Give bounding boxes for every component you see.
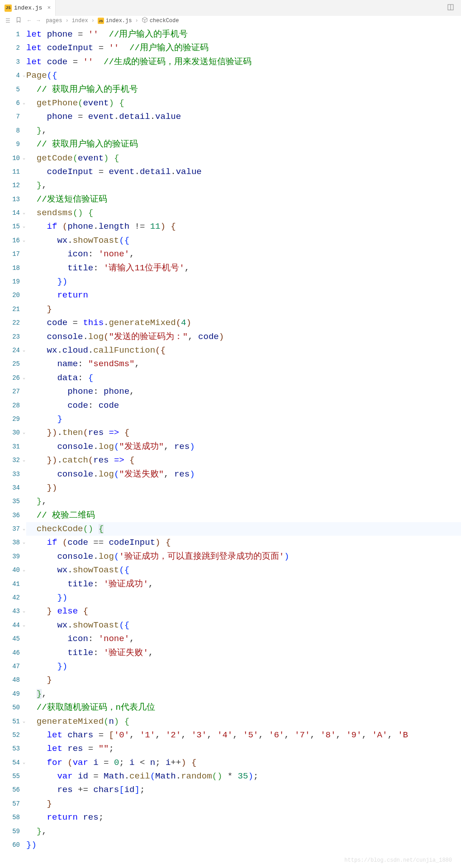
code-line[interactable]: if (code == codeInput) { <box>26 536 461 549</box>
code-line[interactable]: var id = Math.ceil(Math.random() * 35); <box>26 769 461 783</box>
fold-icon[interactable]: ⌄ <box>23 96 25 110</box>
code-line[interactable]: sendsms() { <box>26 206 461 220</box>
code-line[interactable]: phone: phone, <box>26 385 461 398</box>
code-line[interactable]: }) <box>26 481 461 495</box>
line-number: 32⌄ <box>0 453 20 467</box>
js-file-icon: JS <box>98 18 104 24</box>
line-number: 58 <box>0 811 20 824</box>
code-line[interactable]: return <box>26 288 461 302</box>
list-icon[interactable]: ☰ <box>5 18 10 24</box>
fold-icon[interactable]: ⌄ <box>23 234 25 247</box>
fold-icon[interactable]: ⌄ <box>23 756 25 769</box>
fold-icon[interactable]: ⌄ <box>23 604 25 618</box>
fold-icon[interactable]: ⌄ <box>23 344 25 357</box>
code-line[interactable]: }).catch(res => { <box>26 453 461 467</box>
code-content[interactable]: let phone = '' //用户输入的手机号let codeInput =… <box>26 26 461 868</box>
line-number: 29 <box>0 412 20 426</box>
code-line[interactable]: codeInput = event.detail.value <box>26 165 461 179</box>
code-line[interactable]: }) <box>26 838 461 852</box>
fold-icon[interactable]: ⌄ <box>23 453 25 467</box>
bookmark-icon[interactable] <box>15 17 22 25</box>
code-line[interactable]: }) <box>26 275 461 288</box>
code-line[interactable]: icon: 'none', <box>26 247 461 261</box>
code-line[interactable]: console.log("发送的验证码为：", code) <box>26 330 461 344</box>
fold-icon[interactable]: ⌄ <box>23 69 25 82</box>
breadcrumb-item[interactable]: pages <box>46 18 62 24</box>
code-line[interactable]: code: code <box>26 399 461 412</box>
line-number: 39 <box>0 550 20 563</box>
nav-back-icon[interactable]: ← <box>28 18 31 24</box>
breadcrumb-item[interactable]: checkCode <box>142 17 179 25</box>
code-line[interactable]: generateMixed(n) { <box>26 715 461 728</box>
code-line[interactable]: console.log('验证成功，可以直接跳到登录成功的页面') <box>26 550 461 563</box>
line-number: 25 <box>0 357 20 371</box>
fold-icon[interactable]: ⌄ <box>23 715 25 728</box>
split-editor-icon[interactable] <box>447 4 454 13</box>
code-line[interactable]: console.log("发送成功", res) <box>26 440 461 453</box>
code-line[interactable]: data: { <box>26 371 461 385</box>
fold-icon[interactable]: ⌄ <box>23 563 25 577</box>
code-line[interactable]: let res = ""; <box>26 742 461 755</box>
code-line[interactable]: }) <box>26 660 461 673</box>
code-line[interactable]: let codeInput = '' //用户输入的验证码 <box>26 41 461 55</box>
code-line[interactable]: }, <box>26 825 461 838</box>
fold-icon[interactable]: ⌄ <box>23 426 25 439</box>
editor: JS index.js × ☰ ← → pages › index › JS i… <box>0 0 461 868</box>
code-line[interactable]: wx.showToast({ <box>26 563 461 577</box>
code-line[interactable]: phone = event.detail.value <box>26 110 461 123</box>
line-number: 22 <box>0 316 20 330</box>
breadcrumb-item[interactable]: index <box>72 18 88 24</box>
fold-icon[interactable]: ⌄ <box>23 151 25 165</box>
code-line[interactable]: name: "sendSms", <box>26 357 461 371</box>
fold-icon[interactable]: ⌄ <box>23 536 25 549</box>
code-line[interactable]: if (phone.length != 11) { <box>26 220 461 233</box>
fold-icon[interactable]: ⌄ <box>23 522 25 536</box>
code-line[interactable]: } <box>26 302 461 316</box>
code-line[interactable]: } <box>26 673 461 687</box>
code-line[interactable]: }, <box>26 124 461 137</box>
code-line[interactable]: let chars = ['0', '1', '2', '3', '4', '5… <box>26 728 461 742</box>
breadcrumb-item[interactable]: JS index.js <box>98 18 132 24</box>
code-line[interactable]: wx.showToast({ <box>26 618 461 632</box>
code-line[interactable]: }, <box>26 687 461 701</box>
code-line[interactable]: }) <box>26 591 461 604</box>
fold-icon[interactable]: ⌄ <box>23 220 25 233</box>
fold-icon[interactable]: ⌄ <box>23 206 25 220</box>
close-icon[interactable]: × <box>47 5 51 11</box>
code-line[interactable]: title: '验证成功', <box>26 577 461 591</box>
code-line[interactable]: } <box>26 797 461 811</box>
code-line[interactable]: title: '请输入11位手机号', <box>26 261 461 275</box>
file-tab[interactable]: JS index.js × <box>0 0 56 16</box>
code-line[interactable]: wx.showToast({ <box>26 234 461 247</box>
code-line[interactable]: getCode(event) { <box>26 151 461 165</box>
code-line[interactable]: }, <box>26 495 461 508</box>
watermark: https://blog.csdn.net/cunjia_1880 <box>344 857 452 863</box>
code-line[interactable]: let code = '' //生成的验证码，用来发送短信验证码 <box>26 55 461 69</box>
code-line[interactable]: // 获取用户输入的手机号 <box>26 83 461 96</box>
code-line[interactable]: title: '验证失败', <box>26 646 461 660</box>
code-line[interactable]: wx.cloud.callFunction({ <box>26 344 461 357</box>
code-line[interactable]: }, <box>26 179 461 192</box>
fold-icon[interactable]: ⌄ <box>23 618 25 632</box>
code-line[interactable]: getPhone(event) { <box>26 96 461 110</box>
nav-forward-icon[interactable]: → <box>37 18 40 24</box>
code-line[interactable]: //发送短信验证码 <box>26 193 461 206</box>
code-line[interactable]: } else { <box>26 604 461 618</box>
line-number: 37⌄ <box>0 522 20 536</box>
fold-icon[interactable]: ⌄ <box>23 371 25 385</box>
code-line[interactable]: // 获取用户输入的验证码 <box>26 137 461 151</box>
code-line[interactable]: //获取随机验证码，n代表几位 <box>26 701 461 714</box>
code-line[interactable]: }).then(res => { <box>26 426 461 439</box>
code-line[interactable]: console.log("发送失败", res) <box>26 467 461 481</box>
code-line[interactable]: icon: 'none', <box>26 632 461 646</box>
code-line[interactable]: } <box>26 412 461 426</box>
code-line[interactable]: let phone = '' //用户输入的手机号 <box>26 28 461 41</box>
code-line[interactable]: code = this.generateMixed(4) <box>26 316 461 330</box>
line-number: 31 <box>0 440 20 453</box>
code-line[interactable]: return res; <box>26 811 461 824</box>
code-line[interactable]: for (var i = 0; i < n; i++) { <box>26 756 461 769</box>
code-line[interactable]: // 校验二维码 <box>26 509 461 522</box>
code-line[interactable]: res += chars[id]; <box>26 783 461 797</box>
code-line[interactable]: Page({ <box>26 69 461 82</box>
code-line[interactable]: checkCode() { <box>26 522 461 536</box>
